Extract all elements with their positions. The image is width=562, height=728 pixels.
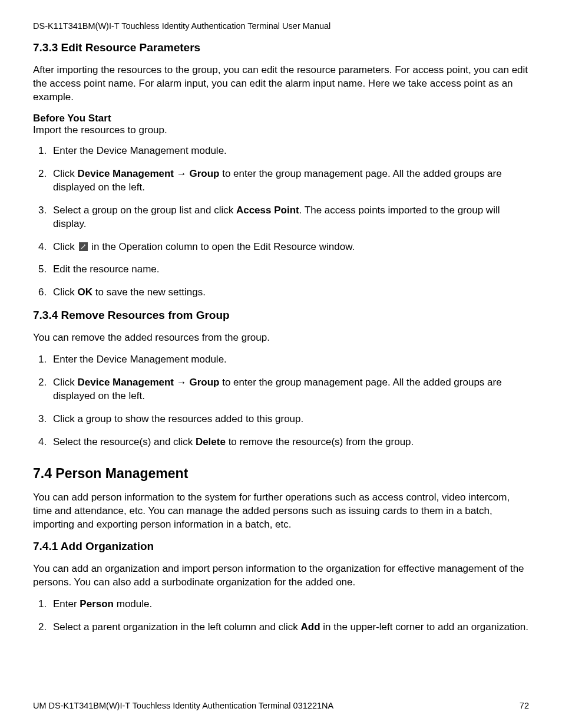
intro-741: You can add an organization and import p… bbox=[33, 562, 529, 589]
steps-734: Enter the Device Management module. Clic… bbox=[33, 353, 529, 449]
heading-74: 7.4 Person Management bbox=[33, 466, 529, 482]
arrow-text: → bbox=[174, 377, 189, 388]
footer-left: UM DS-K1T341BM(W)I-T Touchless Identity … bbox=[33, 701, 333, 710]
bold-device-management: Device Management bbox=[78, 168, 174, 179]
step-733-6: Click OK to save the new settings. bbox=[49, 286, 529, 299]
step-text: Enter bbox=[53, 598, 80, 610]
before-you-start-text: Import the resources to group. bbox=[33, 124, 529, 136]
intro-733: After importing the resources to the gro… bbox=[33, 64, 529, 104]
step-text: Select the resource(s) and click bbox=[53, 436, 196, 447]
step-text: Edit the resource name. bbox=[53, 263, 159, 275]
step-733-4: Click in the Operation column to open th… bbox=[49, 241, 529, 254]
edit-icon bbox=[79, 242, 88, 251]
step-text: Select a group on the group list and cli… bbox=[53, 205, 236, 216]
step-text: Click bbox=[53, 286, 78, 298]
step-text: Click a group to show the resources adde… bbox=[53, 413, 303, 424]
step-733-1: Enter the Device Management module. bbox=[49, 144, 529, 158]
bold-person: Person bbox=[80, 598, 114, 610]
step-733-3: Select a group on the group list and cli… bbox=[49, 204, 529, 231]
step-text: to remove the resource(s) from the group… bbox=[226, 436, 414, 447]
step-733-5: Edit the resource name. bbox=[49, 263, 529, 276]
page-header: DS-K11T341BM(W)I-T Touchless Identity Au… bbox=[33, 21, 529, 31]
step-text: in the upper-left corner to add an organ… bbox=[320, 621, 528, 633]
heading-733: 7.3.3 Edit Resource Parameters bbox=[33, 41, 529, 54]
page-footer: UM DS-K1T341BM(W)I-T Touchless Identity … bbox=[33, 701, 529, 710]
step-text: in the Operation column to open the Edit… bbox=[89, 241, 355, 252]
step-text: Click bbox=[53, 168, 78, 179]
bold-add: Add bbox=[301, 621, 320, 633]
steps-741: Enter Person module. Select a parent org… bbox=[33, 598, 529, 634]
step-741-2: Select a parent organization in the left… bbox=[49, 621, 529, 634]
step-734-1: Enter the Device Management module. bbox=[49, 353, 529, 367]
step-text: module. bbox=[114, 598, 152, 610]
heading-734: 7.3.4 Remove Resources from Group bbox=[33, 309, 529, 322]
heading-741: 7.4.1 Add Organization bbox=[33, 540, 529, 553]
step-text: Enter the Device Management module. bbox=[53, 354, 227, 365]
step-734-2: Click Device Management → Group to enter… bbox=[49, 376, 529, 403]
step-734-4: Select the resource(s) and click Delete … bbox=[49, 436, 529, 449]
step-text: to save the new settings. bbox=[92, 286, 206, 298]
intro-734: You can remove the added resources from … bbox=[33, 331, 529, 345]
bold-group: Group bbox=[189, 168, 219, 179]
step-733-2: Click Device Management → Group to enter… bbox=[49, 167, 529, 195]
intro-74: You can add person information to the sy… bbox=[33, 491, 529, 532]
step-text: Enter the Device Management module. bbox=[53, 145, 227, 156]
before-you-start-label: Before You Start bbox=[33, 113, 529, 124]
arrow-text: → bbox=[174, 168, 189, 179]
step-text: Click bbox=[53, 377, 78, 388]
bold-delete: Delete bbox=[196, 436, 226, 447]
bold-access-point: Access Point bbox=[236, 205, 299, 216]
bold-ok: OK bbox=[78, 286, 93, 298]
steps-733: Enter the Device Management module. Clic… bbox=[33, 144, 529, 300]
step-734-3: Click a group to show the resources adde… bbox=[49, 413, 529, 426]
document-page: DS-K11T341BM(W)I-T Touchless Identity Au… bbox=[0, 0, 562, 728]
page-number: 72 bbox=[520, 701, 529, 710]
step-text: Select a parent organization in the left… bbox=[53, 621, 301, 633]
bold-group: Group bbox=[189, 377, 219, 388]
bold-device-management: Device Management bbox=[78, 377, 174, 388]
step-text: Click bbox=[53, 241, 78, 252]
step-741-1: Enter Person module. bbox=[49, 598, 529, 611]
